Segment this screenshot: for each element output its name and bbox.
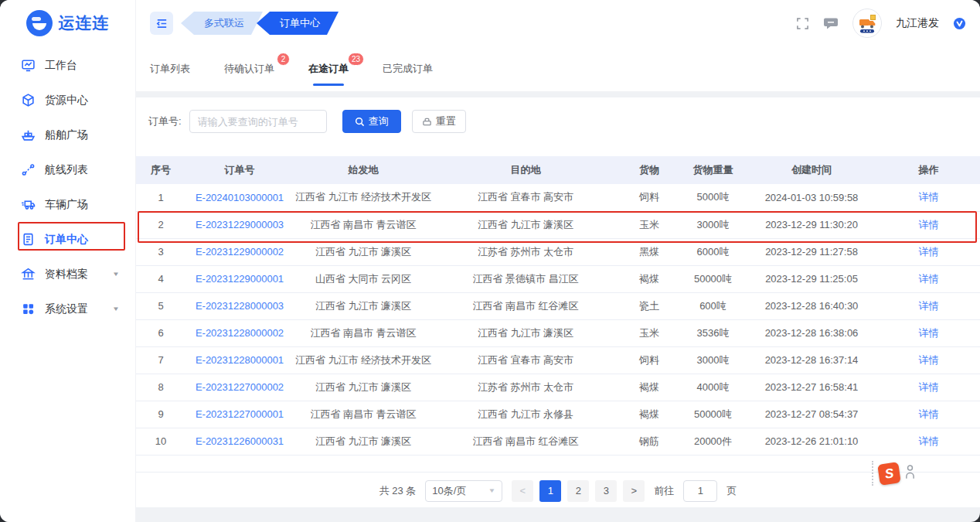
table-cell: 2023-12-27 16:58:41 xyxy=(746,374,877,401)
sidebar-item-archives[interactable]: 资料档案 ▼ xyxy=(0,257,135,292)
tab-order-list[interactable]: 订单列表 xyxy=(150,46,190,91)
order-number-link[interactable]: E-20231229000003 xyxy=(185,211,294,238)
order-number-link[interactable]: E-20231227000001 xyxy=(185,401,294,428)
table-cell: 8 xyxy=(136,374,185,401)
order-tabs-bar: 订单列表 待确认订单 2 在途订单 23 已完成订单 xyxy=(136,46,980,91)
search-icon xyxy=(355,117,365,127)
detail-link[interactable]: 详情 xyxy=(919,408,939,420)
detail-link[interactable]: 详情 xyxy=(919,191,939,203)
table-row: 2E-20231229000003江西省 南昌市 青云谱区江西省 九江市 濂溪区… xyxy=(136,211,980,238)
active-tab-underline xyxy=(313,84,344,86)
table-cell-actions: 详情 xyxy=(877,319,980,346)
detail-link[interactable]: 详情 xyxy=(919,300,939,312)
table-cell: 瓷土 xyxy=(618,292,680,319)
sidebar-item-label: 货源中心 xyxy=(45,94,88,107)
order-number-link[interactable]: E-20240103000001 xyxy=(185,184,294,211)
sidebar-item-workbench[interactable]: 工作台 xyxy=(0,48,135,83)
sidebar-item-ship-plaza[interactable]: 船舶广场 xyxy=(0,118,135,152)
orders-table: 序号 订单号 始发地 目的地 货物 货物重量 创建时间 操作 1E-202401… xyxy=(136,156,980,473)
table-cell-actions: 详情 xyxy=(877,401,980,428)
breadcrumb: 多式联运 订单中心 xyxy=(181,12,339,35)
verified-badge-icon[interactable] xyxy=(953,17,966,30)
search-button[interactable]: 查询 xyxy=(342,110,401,133)
sidebar-item-order-center[interactable]: 订单中心 xyxy=(0,222,135,257)
settings-icon xyxy=(21,302,36,316)
page-button-2[interactable]: 2 xyxy=(567,480,589,502)
prev-page-button[interactable]: < xyxy=(512,480,533,502)
goto-page-input[interactable] xyxy=(683,480,717,502)
col-header-weight: 货物重量 xyxy=(680,156,746,184)
table-cell: 江西省 南昌市 红谷滩区 xyxy=(433,292,618,319)
table-cell: 江苏省 苏州市 太仓市 xyxy=(433,374,618,401)
table-cell: 2024-01-03 10:59:58 xyxy=(746,184,877,211)
table-cell: 饲料 xyxy=(618,184,680,211)
sidebar-item-vehicle-plaza[interactable]: 车辆广场 xyxy=(0,187,135,222)
page-size-select[interactable]: 10条/页 ▼ xyxy=(425,480,502,502)
tab-in-transit-orders[interactable]: 在途订单 23 xyxy=(308,46,349,91)
tab-pending-orders[interactable]: 待确认订单 2 xyxy=(224,46,274,91)
page-button-1[interactable]: 1 xyxy=(539,480,561,502)
navbar-right: 九江港发 xyxy=(796,9,966,38)
table-cell: 20000件 xyxy=(680,428,746,455)
table-cell: 3000吨 xyxy=(680,211,746,238)
col-header-created-at: 创建时间 xyxy=(746,156,877,184)
detail-link[interactable]: 详情 xyxy=(919,435,939,447)
order-number-input[interactable] xyxy=(189,110,327,133)
detail-link[interactable]: 详情 xyxy=(919,246,939,258)
reset-button[interactable]: 重置 xyxy=(412,110,466,133)
detail-link[interactable]: 详情 xyxy=(919,381,939,393)
detail-link[interactable]: 详情 xyxy=(919,219,939,230)
table-row: 7E-20231228000001江西省 九江市 经济技术开发区江西省 宜春市 … xyxy=(136,346,980,374)
table-cell: 4000吨 xyxy=(680,374,746,401)
table-row: 5E-20231228000003江西省 九江市 濂溪区江西省 南昌市 红谷滩区… xyxy=(136,292,980,319)
in-transit-count-badge: 23 xyxy=(348,53,364,66)
order-number-link[interactable]: E-20231227000002 xyxy=(185,374,294,401)
ship-icon xyxy=(21,128,36,142)
person-icon[interactable] xyxy=(905,464,915,483)
sidebar-item-label: 资料档案 xyxy=(45,268,88,281)
route-icon xyxy=(21,162,36,177)
table-cell: 江西省 南昌市 青云谱区 xyxy=(294,211,433,238)
order-number-link[interactable]: E-20231229000001 xyxy=(185,265,294,292)
user-name[interactable]: 九江港发 xyxy=(896,16,939,30)
table-cell: 1 xyxy=(136,184,185,211)
table-row: 4E-20231229000001山西省 大同市 云冈区江西省 景德镇市 昌江区… xyxy=(136,265,980,292)
table-cell: 钢筋 xyxy=(618,428,680,455)
app-logo: 运连连 xyxy=(0,0,135,46)
sidebar-item-route-list[interactable]: 航线列表 xyxy=(0,152,135,187)
s-plugin-icon[interactable]: S xyxy=(877,462,900,485)
sidebar-item-cargo-center[interactable]: 货源中心 xyxy=(0,83,135,118)
detail-link[interactable]: 详情 xyxy=(919,354,939,366)
sidebar-item-system-settings[interactable]: 系统设置 ▼ xyxy=(0,292,135,326)
sidebar-item-label: 车辆广场 xyxy=(45,198,88,212)
table-row: 10E-20231226000031江西省 九江市 濂溪区江西省 南昌市 红谷滩… xyxy=(136,428,980,455)
page-button-3[interactable]: 3 xyxy=(595,480,617,502)
sidebar-item-label: 系统设置 xyxy=(45,302,88,316)
message-icon[interactable] xyxy=(823,16,839,30)
drag-guide xyxy=(872,461,873,486)
table-cell: 玉米 xyxy=(618,211,680,238)
sidebar-collapse-button[interactable] xyxy=(150,12,173,35)
table-cell: 黑煤 xyxy=(618,238,680,265)
next-page-button[interactable]: > xyxy=(623,480,645,502)
order-number-link[interactable]: E-20231226000031 xyxy=(185,428,294,455)
table-cell: 江西省 南昌市 青云谱区 xyxy=(294,319,433,346)
detail-link[interactable]: 详情 xyxy=(919,273,939,285)
sidebar-item-label: 订单中心 xyxy=(45,233,88,247)
avatar[interactable] xyxy=(852,9,882,38)
table-cell: 江西省 宜春市 高安市 xyxy=(433,184,618,211)
breadcrumb-tab-order-center[interactable]: 订单中心 xyxy=(257,12,339,35)
tab-completed-orders[interactable]: 已完成订单 xyxy=(383,46,433,91)
table-cell: 江西省 九江市 经济技术开发区 xyxy=(294,346,433,374)
order-number-link[interactable]: E-20231228000001 xyxy=(185,346,294,374)
order-number-link[interactable]: E-20231228000003 xyxy=(185,292,294,319)
chevron-down-icon: ▼ xyxy=(112,271,120,278)
order-number-link[interactable]: E-20231229000002 xyxy=(185,238,294,265)
breadcrumb-tab-multimodal[interactable]: 多式联运 xyxy=(181,12,263,35)
table-cell-actions: 详情 xyxy=(877,428,980,455)
detail-link[interactable]: 详情 xyxy=(919,327,939,339)
fullscreen-icon[interactable] xyxy=(796,17,809,30)
order-number-label: 订单号: xyxy=(148,114,182,128)
table-cell: 褐煤 xyxy=(618,401,680,428)
order-number-link[interactable]: E-20231228000002 xyxy=(185,319,294,346)
